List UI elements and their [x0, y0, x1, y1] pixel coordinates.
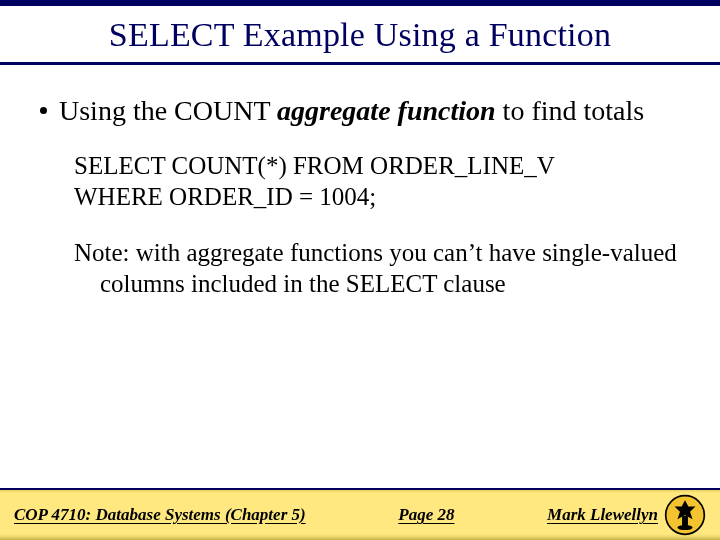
svg-rect-1: [682, 516, 688, 526]
note-text: Note: with aggregate functions you can’t…: [74, 237, 680, 300]
footer-page: Page 28: [398, 505, 454, 525]
title-area: SELECT Example Using a Function: [0, 6, 720, 65]
slide-title: SELECT Example Using a Function: [40, 16, 680, 54]
bullet-text-em: aggregate function: [277, 95, 496, 126]
footer-right: Mark Llewellyn: [547, 494, 706, 536]
sql-line: SELECT COUNT(*) FROM ORDER_LINE_V: [74, 150, 680, 181]
ucf-logo-icon: [664, 494, 706, 536]
sql-line: WHERE ORDER_ID = 1004;: [74, 181, 680, 212]
bullet-text-pre: Using the COUNT: [59, 95, 277, 126]
bullet-text: Using the COUNT aggregate function to fi…: [59, 93, 680, 128]
footer-course: COP 4710: Database Systems (Chapter 5): [14, 505, 306, 525]
bullet-text-post: to find totals: [496, 95, 645, 126]
footer-bar: COP 4710: Database Systems (Chapter 5) P…: [0, 488, 720, 540]
slide-body: Using the COUNT aggregate function to fi…: [0, 65, 720, 299]
bullet-item: Using the COUNT aggregate function to fi…: [40, 93, 680, 128]
footer-author: Mark Llewellyn: [547, 505, 658, 525]
sql-block: SELECT COUNT(*) FROM ORDER_LINE_V WHERE …: [74, 150, 680, 213]
bullet-dot-icon: [40, 107, 47, 114]
svg-point-2: [677, 525, 692, 530]
slide: SELECT Example Using a Function Using th…: [0, 0, 720, 540]
